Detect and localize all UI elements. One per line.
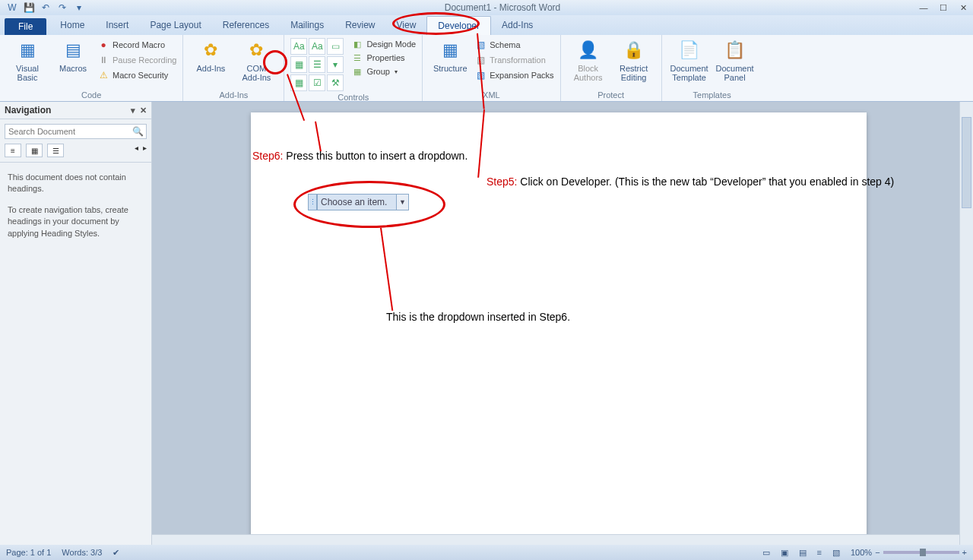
combobox-control-icon[interactable]: ☰ [309,56,325,73]
ribbon: ▦Visual Basic ▤Macros ●Record Macro ⏸Pau… [0,35,973,102]
document-area [152,102,973,545]
visual-basic-button[interactable]: ▦Visual Basic [6,38,49,82]
group-label: Code [6,89,176,100]
search-input[interactable] [5,124,147,139]
group-label: XML [429,89,553,100]
nav-tab-pages[interactable]: ▦ [26,144,43,157]
document-panel-button[interactable]: 📋Document Panel [714,38,756,82]
legacy-tools-icon[interactable]: ⚒ [327,74,344,91]
minimize-button[interactable]: — [914,1,933,14]
status-words[interactable]: Words: 3/3 [62,548,102,557]
maximize-button[interactable]: ☐ [933,1,953,14]
redo-icon[interactable]: ↷ [55,1,70,14]
document-template-button[interactable]: 📄Document Template [668,38,711,82]
status-proof-icon[interactable]: ✔ [113,548,119,558]
nav-tab-prev-icon[interactable]: ◂ [135,144,138,157]
group-templates: 📄Document Template 📋Document Panel Templ… [662,35,762,101]
checkbox-control-icon[interactable]: ☑ [309,74,325,91]
com-addins-button[interactable]: ✿COM Add-Ins [235,38,277,82]
ribbon-tabs: File HomeInsertPage LayoutReferencesMail… [0,15,973,35]
record-macro-button[interactable]: ●Record Macro [97,38,176,52]
pause-recording-button[interactable]: ⏸Pause Recording [97,53,176,67]
annotation-step6: Step6: Press this button to insert a dro… [252,150,467,162]
macro-security-button[interactable]: ⚠Macro Security [97,68,176,82]
navigation-title: Navigation [5,105,51,115]
zoom-level[interactable]: 100% [851,548,872,557]
expansion-packs-button[interactable]: ▧Expansion Packs [474,68,553,82]
design-mode-button[interactable]: ◧Design Mode [351,38,416,50]
group-addins: ✿Add-Ins ✿COM Add-Ins Add-Ins [183,35,284,101]
view-full-screen-icon[interactable]: ▣ [781,548,788,558]
tab-add-ins[interactable]: Add-Ins [491,16,544,35]
search-icon[interactable]: 🔍 [132,126,144,137]
nav-tab-next-icon[interactable]: ▸ [143,144,147,157]
tab-review[interactable]: Review [334,16,385,35]
dropdown-content-control[interactable]: Choose an item. ▼ [317,194,409,210]
view-draft-icon[interactable]: ▧ [832,548,840,558]
title-bar: W 💾 ↶ ↷ ▾ Document1 - Microsoft Word — ☐… [0,0,973,15]
nav-close-icon[interactable]: ✕ [140,106,147,115]
group-label: Controls [290,91,416,102]
nav-menu-icon[interactable]: ▾ [131,106,135,115]
window-title: Document1 - Microsoft Word [91,2,914,13]
properties-button[interactable]: ☰Properties [351,52,416,64]
transformation-button[interactable]: ▧Transformation [474,53,553,67]
status-page[interactable]: Page: 1 of 1 [6,548,51,557]
structure-button[interactable]: ▦Structure [429,38,471,73]
save-icon[interactable]: 💾 [21,1,36,14]
view-outline-icon[interactable]: ≡ [817,548,822,557]
schema-button[interactable]: ▧Schema [474,38,553,52]
tab-developer[interactable]: Developer [426,16,491,35]
picture-control-icon[interactable]: ▭ [327,38,344,55]
nav-message-2: To create navigation tabs, create headin… [8,204,144,239]
group-label: Templates [668,89,756,100]
plain-text-control-icon[interactable]: Aa [309,38,325,55]
zoom-in-button[interactable]: + [962,548,967,557]
annotation-caption: This is the dropdown inserted in Step6. [386,311,570,323]
tab-mailings[interactable]: Mailings [280,16,334,35]
tab-page-layout[interactable]: Page Layout [139,16,211,35]
word-icon: W [5,1,20,14]
view-print-layout-icon[interactable]: ▭ [762,548,770,558]
nav-tab-results[interactable]: ☰ [47,144,64,157]
tab-references[interactable]: References [212,16,280,35]
status-bar: Page: 1 of 1 Words: 3/3 ✔ ▭ ▣ ▤ ≡ ▧ 100%… [0,545,973,560]
close-button[interactable]: ✕ [953,1,973,14]
nav-message-1: This document does not contain headings. [8,172,144,195]
group-protect: 👤Block Authors 🔒Restrict Editing Protect [561,35,662,101]
vertical-scrollbar[interactable] [959,102,973,545]
group-controls: Aa Aa ▭ ▦ ☰ ▾ ▦ ☑ ⚒ ◧Design Mode ☰Proper… [284,35,423,101]
block-authors-button[interactable]: 👤Block Authors [567,38,610,82]
horizontal-scrollbar[interactable] [152,534,959,545]
restrict-editing-button[interactable]: 🔒Restrict Editing [613,38,655,82]
group-label: Protect [567,89,655,100]
macros-button[interactable]: ▤Macros [52,38,94,73]
zoom-slider[interactable] [883,551,959,554]
dropdown-control-icon[interactable]: ▾ [327,56,344,73]
file-tab[interactable]: File [5,18,46,35]
dropdown-placeholder-text: Choose an item. [321,197,387,207]
undo-icon[interactable]: ↶ [38,1,53,14]
tab-insert[interactable]: Insert [95,16,139,35]
dropdown-arrow-icon[interactable]: ▼ [396,195,408,210]
group-label: Add-Ins [189,89,277,100]
group-code: ▦Visual Basic ▤Macros ●Record Macro ⏸Pau… [0,35,183,101]
nav-tab-headings[interactable]: ≡ [5,144,21,157]
navigation-pane: Navigation ▾✕ 🔍 ≡ ▦ ☰ ◂ ▸ This document … [0,102,152,545]
content-control-handle-icon[interactable]: ⋮ [308,194,317,210]
tab-view[interactable]: View [386,16,427,35]
group-xml: ▦Structure ▧Schema ▧Transformation ▧Expa… [423,35,560,101]
building-block-control-icon[interactable]: ▦ [290,56,307,73]
qat-menu-icon[interactable]: ▾ [71,1,87,14]
quick-access-toolbar: W 💾 ↶ ↷ ▾ [0,1,91,14]
view-web-layout-icon[interactable]: ▤ [799,548,807,558]
annotation-step5: Step5: Click on Developer. (This is the … [486,176,894,188]
rich-text-control-icon[interactable]: Aa [290,38,307,55]
tab-home[interactable]: Home [49,16,95,35]
group-button[interactable]: ▦Group▾ [351,65,416,78]
controls-gallery[interactable]: Aa Aa ▭ ▦ ☰ ▾ ▦ ☑ ⚒ [290,38,344,91]
addins-button[interactable]: ✿Add-Ins [189,38,232,73]
zoom-out-button[interactable]: − [875,548,880,557]
date-picker-control-icon[interactable]: ▦ [290,74,307,91]
